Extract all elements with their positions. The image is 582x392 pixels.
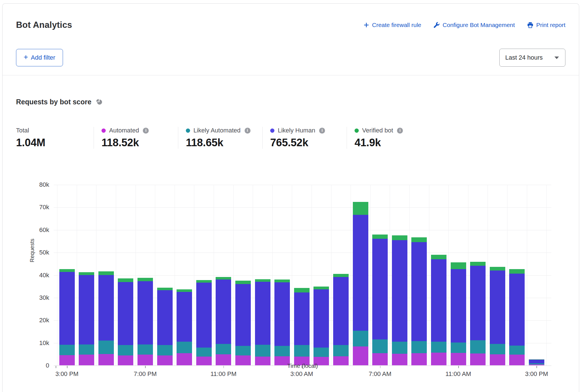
stat-label: Verified bot	[362, 127, 393, 134]
bar-segment-verified-bot	[274, 280, 290, 282]
x-tick	[536, 366, 537, 368]
gridline	[370, 185, 371, 366]
gridline	[155, 185, 155, 366]
wrench-icon	[434, 22, 440, 28]
x-tick	[67, 366, 67, 368]
bar-segment-automated	[353, 346, 368, 365]
action-link-configure-bot-management[interactable]: Configure Bot Management	[434, 22, 515, 28]
gridline	[448, 185, 449, 366]
stacked-bar-2-00-am	[274, 280, 290, 365]
x-axis-title: Time (local)	[280, 362, 325, 369]
legend-dot	[270, 129, 274, 133]
bar-segment-automated	[118, 355, 133, 365]
plus-icon	[364, 22, 369, 28]
bar-segment-likely-automated	[509, 346, 525, 355]
stacked-bar-10-00-am	[431, 255, 446, 365]
x-tick	[380, 366, 381, 368]
bar-segment-verified-bot	[353, 202, 368, 215]
bar-segment-automated	[177, 353, 192, 365]
bar-segment-likely-human	[529, 359, 544, 363]
gridline	[468, 185, 468, 366]
x-tick	[145, 366, 146, 368]
stacked-bar-12-00-pm	[470, 262, 486, 365]
time-range-select[interactable]: Last 24 hours	[499, 49, 565, 67]
x-tick-label: 3:00 PM	[514, 370, 559, 378]
bar-segment-likely-automated	[333, 345, 349, 356]
gridline	[96, 185, 96, 366]
add-filter-button[interactable]: + Add filter	[16, 49, 63, 66]
stacked-bar-7-00-am	[372, 235, 388, 365]
bar-segment-automated	[392, 354, 407, 365]
x-tick-label: 3:00 PM	[44, 370, 89, 378]
bar-segment-verified-bot	[196, 280, 212, 283]
action-label: Configure Bot Management	[443, 22, 515, 28]
add-filter-label: Add filter	[31, 54, 55, 61]
bar-segment-automated	[529, 364, 544, 365]
bar-segment-automated	[431, 353, 446, 365]
stacked-bar-1-00-am	[255, 279, 270, 365]
bar-segment-likely-human	[470, 266, 486, 340]
y-tick-label: 10k	[28, 339, 49, 347]
bar-segment-likely-human	[411, 242, 427, 341]
bar-segment-likely-automated	[137, 344, 153, 355]
bar-segment-verified-bot	[98, 271, 114, 275]
bar-segment-verified-bot	[509, 269, 525, 273]
bar-segment-verified-bot	[137, 278, 153, 281]
stacked-bar-8-00-am	[392, 235, 407, 365]
bar-segment-likely-human	[196, 283, 212, 348]
info-icon[interactable]: i	[143, 128, 149, 134]
bar-segment-verified-bot	[216, 277, 231, 280]
action-link-print-report[interactable]: Print report	[527, 22, 565, 28]
bar-segment-automated	[157, 355, 173, 365]
stacked-bar-2-00-pm	[509, 269, 525, 365]
gridline	[57, 185, 57, 366]
bar-segment-likely-human	[98, 275, 114, 341]
bot-analytics-page: Bot Analytics Create firewall ruleConfig…	[0, 0, 582, 392]
bar-segment-likely-human	[431, 259, 446, 342]
x-tick	[458, 366, 459, 368]
bar-segment-automated	[451, 353, 466, 365]
x-tick	[224, 366, 224, 368]
gridline	[312, 185, 312, 366]
bar-segment-verified-bot	[177, 289, 192, 292]
stacked-bar-11-00-am	[451, 262, 466, 365]
bar-segment-automated	[490, 354, 505, 365]
stat-label: Total	[16, 127, 29, 134]
gridline	[194, 185, 194, 366]
bar-segment-automated	[196, 357, 212, 365]
bar-segment-automated	[255, 357, 270, 365]
stat-automated: Automatedi118.52k	[94, 127, 178, 149]
bar-segment-likely-human	[235, 284, 251, 346]
gridline	[390, 185, 390, 366]
bar-segment-likely-automated	[196, 348, 212, 357]
info-icon[interactable]: i	[245, 128, 251, 134]
stacked-bar-4-00-pm	[79, 272, 94, 365]
gridline	[214, 185, 214, 366]
bar-segment-verified-bot	[59, 269, 75, 272]
action-link-create-firewall-rule[interactable]: Create firewall rule	[364, 22, 421, 28]
stacked-bar-6-00-pm	[118, 278, 133, 365]
bar-segment-likely-human	[490, 271, 505, 344]
stacked-bar-3-00-pm	[529, 359, 544, 365]
legend-dot	[101, 129, 106, 133]
bar-segment-verified-bot	[372, 235, 388, 239]
bar-segment-likely-automated	[294, 345, 310, 357]
stat-verified-bot: Verified boti41.9k	[347, 127, 431, 149]
bar-segment-likely-human	[177, 292, 192, 342]
bar-segment-verified-bot	[294, 288, 310, 292]
analytics-card: Bot Analytics Create firewall ruleConfig…	[2, 3, 579, 392]
stacked-bar-9-00-am	[411, 237, 427, 365]
info-icon[interactable]: i	[397, 128, 403, 134]
bar-segment-likely-human	[333, 277, 349, 345]
info-icon[interactable]: i	[319, 128, 325, 134]
x-tick-label: 7:00 PM	[123, 370, 168, 378]
gridline	[429, 185, 429, 366]
stat-value: 118.65k	[186, 137, 262, 149]
gridline	[488, 185, 488, 366]
gridline	[292, 185, 292, 366]
bar-segment-verified-bot	[431, 255, 446, 259]
bar-segment-verified-bot	[451, 262, 466, 269]
time-range-value: Last 24 hours	[505, 54, 543, 61]
gridline	[136, 185, 136, 366]
stat-value: 1.04M	[16, 137, 94, 149]
